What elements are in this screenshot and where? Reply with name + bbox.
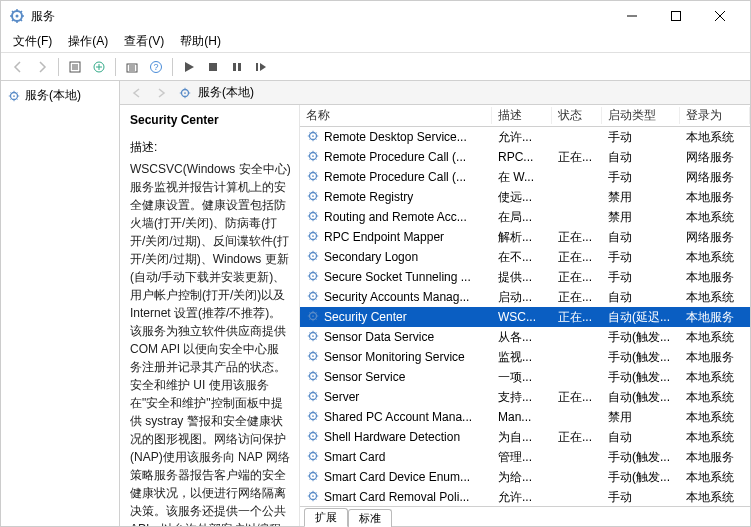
left-pane: 服务(本地): [1, 81, 120, 526]
service-name-text: Smart Card Device Enum...: [324, 470, 470, 484]
tree: 服务(本地): [1, 81, 119, 526]
cell-logon: 本地系统: [680, 129, 750, 146]
svg-point-39: [312, 355, 314, 357]
service-row[interactable]: Secondary Logon在不...正在...手动本地系统: [300, 247, 750, 267]
service-name-text: Secondary Logon: [324, 250, 418, 264]
service-row[interactable]: Routing and Remote Acc...在局...禁用本地系统: [300, 207, 750, 227]
service-row[interactable]: Remote Procedure Call (...RPC...正在...自动网…: [300, 147, 750, 167]
col-desc[interactable]: 描述: [492, 107, 552, 124]
cell-start: 手动(触发...: [602, 469, 680, 486]
cell-desc: 允许...: [492, 489, 552, 506]
svg-point-15: [184, 92, 186, 94]
service-row[interactable]: Remote Desktop Service...允许...手动本地系统: [300, 127, 750, 147]
toolbar-separator: [172, 58, 173, 76]
close-button[interactable]: [698, 2, 742, 30]
service-row[interactable]: Sensor Data Service从各...手动(触发...本地系统: [300, 327, 750, 347]
content: Security Center 描述: WSCSVC(Windows 安全中心)…: [120, 105, 750, 526]
cell-start: 自动: [602, 229, 680, 246]
cell-name: Shared PC Account Mana...: [300, 409, 492, 426]
tab-extended[interactable]: 扩展: [304, 508, 348, 527]
service-row[interactable]: RPC Endpoint Mapper解析...正在...自动网络服务: [300, 227, 750, 247]
cell-desc: 使远...: [492, 189, 552, 206]
cell-logon: 本地服务: [680, 349, 750, 366]
menu-help[interactable]: 帮助(H): [174, 31, 227, 52]
service-row[interactable]: Sensor Service一项...手动(触发...本地系统: [300, 367, 750, 387]
cell-status: 正在...: [552, 149, 602, 166]
svg-point-27: [312, 235, 314, 237]
tree-item-services-local[interactable]: 服务(本地): [7, 85, 113, 106]
menu-file[interactable]: 文件(F): [7, 31, 58, 52]
service-row[interactable]: Remote Registry使远...禁用本地服务: [300, 187, 750, 207]
gear-icon: [306, 489, 320, 506]
svg-point-47: [312, 435, 314, 437]
svg-point-41: [312, 375, 314, 377]
properties-button[interactable]: [64, 56, 86, 78]
service-row[interactable]: Shared PC Account Mana...Man...禁用本地系统: [300, 407, 750, 427]
minimize-button[interactable]: [610, 2, 654, 30]
cell-name: Smart Card Device Enum...: [300, 469, 492, 486]
col-start[interactable]: 启动类型: [602, 107, 680, 124]
service-row[interactable]: Security Accounts Manag...启动...正在...自动本地…: [300, 287, 750, 307]
header-back-button[interactable]: [126, 82, 148, 104]
service-row[interactable]: Smart Card Device Enum...为给...手动(触发...本地…: [300, 467, 750, 487]
cell-start: 手动(触发...: [602, 349, 680, 366]
restart-button[interactable]: [250, 56, 272, 78]
pause-button[interactable]: [226, 56, 248, 78]
description-text: WSCSVC(Windows 安全中心)服务监视并报告计算机上的安全健康设置。健…: [130, 160, 291, 526]
cell-logon: 本地系统: [680, 469, 750, 486]
svg-rect-9: [233, 63, 236, 71]
cell-status: 正在...: [552, 269, 602, 286]
cell-name: Remote Procedure Call (...: [300, 149, 492, 166]
cell-logon: 网络服务: [680, 149, 750, 166]
header-forward-button[interactable]: [150, 82, 172, 104]
refresh-button[interactable]: [121, 56, 143, 78]
stop-button[interactable]: [202, 56, 224, 78]
service-row[interactable]: Server支持...正在...自动(触发...本地系统: [300, 387, 750, 407]
maximize-button[interactable]: [654, 2, 698, 30]
cell-desc: 监视...: [492, 349, 552, 366]
col-logon[interactable]: 登录为: [680, 107, 750, 124]
service-row[interactable]: Shell Hardware Detection为自...正在...自动本地系统: [300, 427, 750, 447]
service-row[interactable]: Secure Socket Tunneling ...提供...正在...手动本…: [300, 267, 750, 287]
col-name[interactable]: 名称: [300, 107, 492, 124]
forward-button[interactable]: [31, 56, 53, 78]
gear-icon: [306, 369, 320, 386]
cell-logon: 本地系统: [680, 329, 750, 346]
service-name-text: Remote Desktop Service...: [324, 130, 467, 144]
cell-desc: 为给...: [492, 469, 552, 486]
gear-icon: [306, 349, 320, 366]
cell-start: 手动: [602, 169, 680, 186]
service-list[interactable]: Remote Desktop Service...允许...手动本地系统Remo…: [300, 127, 750, 506]
service-name-text: Shared PC Account Mana...: [324, 410, 472, 424]
svg-point-45: [312, 415, 314, 417]
svg-point-33: [312, 295, 314, 297]
gear-icon: [306, 169, 320, 186]
tab-standard[interactable]: 标准: [348, 509, 392, 527]
svg-point-29: [312, 255, 314, 257]
service-row[interactable]: Smart Card Removal Poli...允许...手动本地系统: [300, 487, 750, 506]
titlebar: 服务: [1, 1, 750, 31]
service-row[interactable]: Remote Procedure Call (...在 W...手动网络服务: [300, 167, 750, 187]
cell-desc: 为自...: [492, 429, 552, 446]
service-name-text: Remote Procedure Call (...: [324, 170, 466, 184]
gear-icon: [306, 409, 320, 426]
gear-icon: [306, 129, 320, 146]
back-button[interactable]: [7, 56, 29, 78]
start-button[interactable]: [178, 56, 200, 78]
gear-icon: [306, 449, 320, 466]
description-label: 描述:: [130, 139, 291, 156]
service-row[interactable]: Security CenterWSC...正在...自动(延迟...本地服务: [300, 307, 750, 327]
col-status[interactable]: 状态: [552, 107, 602, 124]
cell-start: 手动: [602, 489, 680, 506]
cell-start: 手动: [602, 249, 680, 266]
menu-view[interactable]: 查看(V): [118, 31, 170, 52]
main-body: 服务(本地) 服务(本地) Security Center 描述: WSCSVC…: [1, 81, 750, 526]
menu-action[interactable]: 操作(A): [62, 31, 114, 52]
service-row[interactable]: Sensor Monitoring Service监视...手动(触发...本地…: [300, 347, 750, 367]
svg-point-25: [312, 215, 314, 217]
export-button[interactable]: [88, 56, 110, 78]
service-row[interactable]: Smart Card管理...手动(触发...本地服务: [300, 447, 750, 467]
help-button[interactable]: ?: [145, 56, 167, 78]
service-name-text: Remote Procedure Call (...: [324, 150, 466, 164]
cell-status: 正在...: [552, 229, 602, 246]
